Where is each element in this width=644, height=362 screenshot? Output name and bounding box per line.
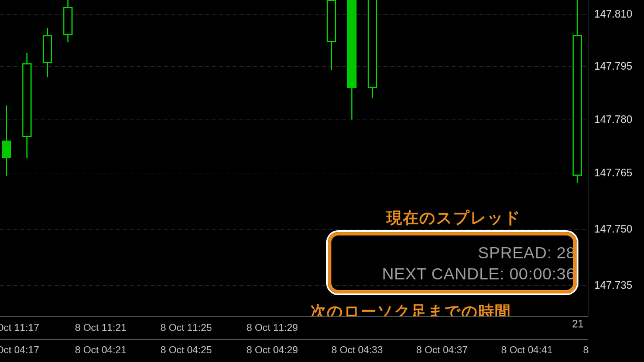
time-tick: 8 Oct 04:33	[331, 344, 383, 356]
time-axis-row-upper: Oct 11:17 8 Oct 11:21 8 Oct 11:25 8 Oct …	[0, 317, 588, 340]
time-tick: 8 Oct 11:21	[75, 322, 126, 334]
time-tick: 8 Oct 11:29	[246, 322, 298, 334]
time-tick: 8 Oct 04:21	[75, 344, 126, 356]
price-tick: 147.780	[594, 114, 632, 126]
time-tick: 8 Oct 11:25	[160, 322, 212, 334]
price-tick: 147.735	[594, 279, 632, 292]
time-tick: 8 Oct 04:25	[160, 344, 212, 356]
time-tick: 8 Oct 04:41	[501, 344, 553, 356]
price-tick: 147.765	[594, 167, 632, 179]
time-axis: Oct 11:17 8 Oct 11:21 8 Oct 11:25 8 Oct …	[0, 316, 588, 362]
price-tick: 147.795	[594, 60, 632, 73]
price-tick: 147.750	[594, 223, 632, 235]
price-tick: 147.810	[594, 8, 632, 21]
annotation-spread: 現在のスプレッド	[386, 207, 521, 228]
annotation-next-candle: 次のローソク足までの時間	[310, 301, 511, 316]
info-box-highlight	[328, 232, 577, 293]
price-axis: 147.810 147.795 147.780 147.765 147.750 …	[588, 0, 644, 362]
time-tick: Oct 11:17	[0, 322, 39, 334]
time-tick: 8 Oct 04:37	[416, 344, 468, 356]
chart-area[interactable]: SPREAD: 28 NEXT CANDLE: 00:00:36 現在のスプレッ…	[0, 0, 588, 316]
time-tick: 8 Oct 04:45	[583, 344, 588, 356]
time-tick: 8 Oct 04:29	[246, 344, 298, 356]
time-axis-row-lower: Oct 04:17 8 Oct 04:21 8 Oct 04:25 8 Oct …	[0, 339, 588, 361]
time-tick: Oct 04:17	[0, 344, 39, 356]
time-extra-label: 21	[572, 318, 584, 330]
